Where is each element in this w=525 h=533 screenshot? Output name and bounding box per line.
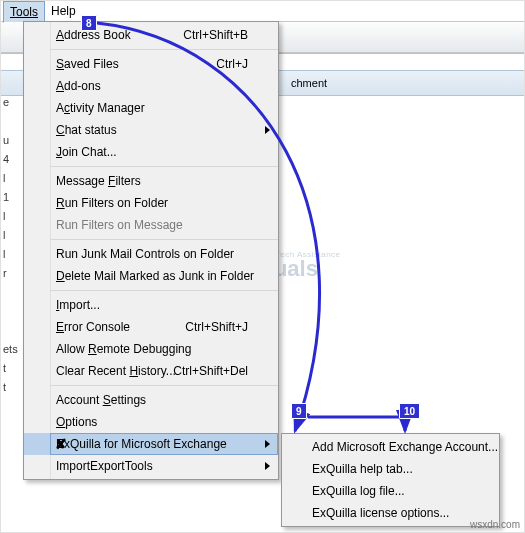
menu-item-allow-remote-debugging[interactable]: Allow Remote Debugging	[50, 338, 278, 360]
submenu-arrow-icon	[265, 126, 270, 134]
exquilla-icon	[55, 436, 71, 452]
menu-item-delete-mail-marked-as-junk-in-folder[interactable]: Delete Mail Marked as Junk in Folder	[50, 265, 278, 287]
partial-text-strip: eu4l1lllretstt	[3, 93, 9, 397]
menubar: Tools Help	[1, 1, 524, 21]
menu-item-import[interactable]: Import...	[50, 294, 278, 316]
callout-10: 10	[399, 403, 420, 419]
submenu-arrow-icon	[265, 440, 270, 448]
attachment-label: chment	[291, 77, 327, 89]
menu-item-exquilla-for-microsoft-exchange[interactable]: ExQuilla for Microsoft Exchange	[50, 433, 278, 455]
menu-item-options[interactable]: Options	[50, 411, 278, 433]
menu-tools[interactable]: Tools	[3, 1, 45, 23]
submenu-arrow-icon	[265, 462, 270, 470]
menu-item-add-ons[interactable]: Add-ons	[50, 75, 278, 97]
credit: wsxdn.com	[470, 519, 520, 530]
callout-8: 8	[81, 15, 97, 31]
menu-item-run-junk-mail-controls-on-folder[interactable]: Run Junk Mail Controls on Folder	[50, 243, 278, 265]
exquilla-submenu: Add Microsoft Exchange Account...ExQuill…	[281, 433, 500, 527]
menu-item-message-filters[interactable]: Message Filters	[50, 170, 278, 192]
menu-item-error-console[interactable]: Error ConsoleCtrl+Shift+J	[50, 316, 278, 338]
menu-item-chat-status[interactable]: Chat status	[50, 119, 278, 141]
callout-9: 9	[291, 403, 307, 419]
menu-item-saved-files[interactable]: Saved FilesCtrl+J	[50, 53, 278, 75]
menu-item-run-filters-on-message: Run Filters on Message	[50, 214, 278, 236]
submenu-item-exquilla-help-tab[interactable]: ExQuilla help tab...	[306, 458, 499, 480]
submenu-item-exquilla-log-file[interactable]: ExQuilla log file...	[306, 480, 499, 502]
tools-dropdown: Address BookCtrl+Shift+BSaved FilesCtrl+…	[23, 21, 279, 480]
menu-item-importexporttools[interactable]: ImportExportTools	[50, 455, 278, 477]
submenu-item-add-microsoft-exchange-account[interactable]: Add Microsoft Exchange Account...	[306, 436, 499, 458]
menu-help[interactable]: Help	[45, 1, 82, 21]
menu-item-join-chat[interactable]: Join Chat...	[50, 141, 278, 163]
menu-item-clear-recent-history[interactable]: Clear Recent History...Ctrl+Shift+Del	[50, 360, 278, 382]
menu-item-activity-manager[interactable]: Activity Manager	[50, 97, 278, 119]
menu-item-account-settings[interactable]: Account Settings	[50, 389, 278, 411]
menu-item-run-filters-on-folder[interactable]: Run Filters on Folder	[50, 192, 278, 214]
